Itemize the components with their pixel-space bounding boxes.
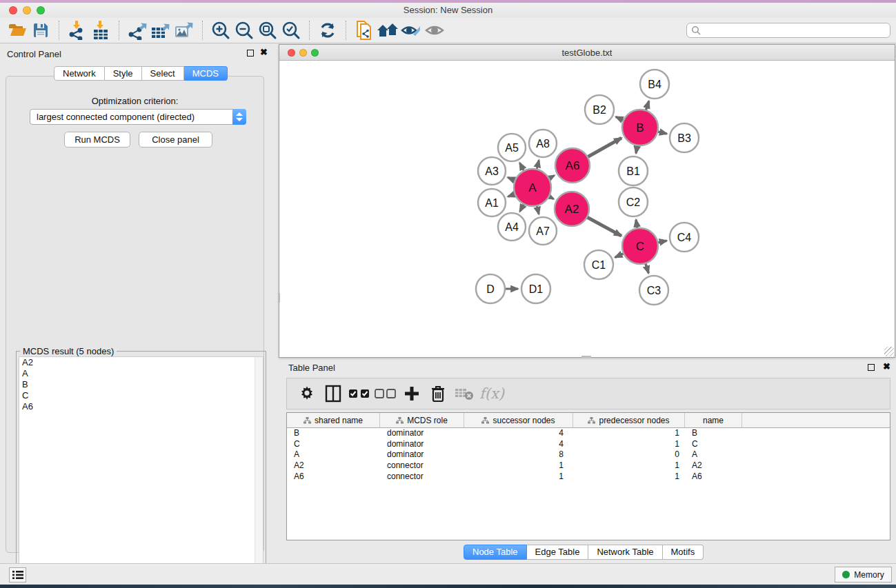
column-header-successor-nodes[interactable]: successor nodes (464, 413, 573, 427)
zoom-out-icon[interactable] (232, 20, 256, 41)
mcds-result-item[interactable]: B (19, 379, 263, 390)
zoom-in-icon[interactable] (209, 20, 232, 41)
mcds-result-item[interactable]: A2 (19, 357, 263, 368)
hide-details-icon[interactable] (399, 20, 423, 41)
table-cell[interactable]: 1 (464, 460, 573, 472)
close-panel-icon[interactable]: ✖ (260, 48, 268, 57)
graph-node-D[interactable]: D (476, 274, 505, 303)
table-cell[interactable]: 1 (573, 428, 685, 439)
close-table-panel-icon[interactable]: ✖ (883, 362, 890, 372)
table-cell[interactable]: A6 (287, 472, 380, 483)
table-cell[interactable]: B (685, 428, 742, 439)
table-cell[interactable]: 0 (573, 449, 685, 460)
table-cell[interactable]: 1 (573, 472, 685, 483)
close-window-icon[interactable] (9, 6, 17, 14)
table-cell[interactable]: B (287, 428, 380, 439)
table-cell[interactable]: A2 (287, 460, 380, 472)
graph-node-C1[interactable]: C1 (584, 250, 613, 279)
table-cell[interactable]: 1 (573, 439, 685, 450)
graph-node-A3[interactable]: A3 (478, 157, 506, 185)
graph-node-A4[interactable]: A4 (498, 213, 526, 241)
search-box[interactable] (686, 23, 890, 38)
add-column-icon[interactable] (399, 382, 425, 405)
deselect-all-checkboxes-icon[interactable] (372, 382, 399, 405)
memory-button[interactable]: Memory (835, 567, 892, 582)
search-input[interactable] (701, 26, 886, 35)
table-cell[interactable]: 4 (464, 428, 573, 439)
table-cell[interactable]: dominator (380, 449, 464, 460)
graph-node-C2[interactable]: C2 (619, 187, 648, 216)
table-row[interactable]: Adominator80A (287, 449, 890, 460)
table-row[interactable]: Cdominator41C (287, 439, 890, 450)
mcds-result-item[interactable]: A (19, 368, 263, 379)
export-image-icon[interactable] (172, 20, 196, 41)
table-tab-node-table[interactable]: Node Table (464, 545, 527, 560)
criterion-select[interactable]: largest connected component (directed) (30, 109, 246, 125)
task-history-button[interactable] (9, 567, 26, 582)
show-columns-icon[interactable] (320, 382, 346, 405)
table-cell[interactable]: A2 (685, 460, 742, 472)
tab-mcds[interactable]: MCDS (184, 66, 228, 81)
zoom-fit-icon[interactable] (256, 20, 279, 41)
table-tab-network-table[interactable]: Network Table (588, 545, 662, 560)
table-cell[interactable]: 1 (464, 472, 573, 483)
table-options-gear-icon[interactable] (294, 382, 320, 405)
network-window-titlebar[interactable]: testGlobe.txt (279, 45, 895, 61)
maximize-window-icon[interactable] (37, 6, 45, 14)
graph-node-A[interactable]: A (514, 169, 551, 206)
table-cell[interactable]: A (685, 449, 742, 460)
column-header-name[interactable]: name (685, 413, 742, 427)
graph-node-B[interactable]: B (622, 110, 658, 145)
graph-node-C4[interactable]: C4 (670, 223, 699, 252)
table-cell[interactable]: A (287, 449, 380, 460)
tab-style[interactable]: Style (105, 66, 142, 81)
graph-node-C[interactable]: C (622, 228, 658, 264)
graph-node-A7[interactable]: A7 (529, 217, 557, 245)
table-tab-motifs[interactable]: Motifs (663, 545, 704, 560)
run-mcds-button[interactable]: Run MCDS (64, 132, 130, 148)
show-graphics-eye-icon[interactable] (423, 20, 446, 41)
graph-node-A5[interactable]: A5 (498, 134, 526, 161)
save-session-icon[interactable] (29, 20, 52, 41)
scrollbar-track[interactable] (255, 357, 263, 578)
table-cell[interactable]: connector (380, 460, 464, 472)
table-cell[interactable]: A6 (685, 472, 742, 483)
tab-select[interactable]: Select (142, 66, 184, 81)
table-cell[interactable]: 8 (464, 449, 573, 460)
table-cell[interactable]: C (287, 439, 380, 450)
delete-table-icon[interactable] (451, 382, 477, 405)
column-header-predecessor-nodes[interactable]: predecessor nodes (573, 413, 685, 427)
import-table-icon[interactable] (89, 20, 112, 41)
table-cell[interactable]: 4 (464, 439, 573, 450)
graph-node-B3[interactable]: B3 (670, 123, 699, 152)
graph-node-C3[interactable]: C3 (639, 276, 668, 305)
copy-session-icon[interactable] (352, 20, 376, 41)
close-network-icon[interactable] (288, 49, 295, 57)
column-header-shared-name[interactable]: shared name (287, 413, 380, 427)
minimize-window-icon[interactable] (23, 6, 31, 14)
zoom-selected-icon[interactable] (279, 20, 303, 41)
table-row[interactable]: Bdominator41B (287, 428, 890, 439)
function-builder-icon[interactable]: f(x) (477, 382, 504, 405)
resize-grip-icon[interactable] (884, 347, 894, 356)
table-cell[interactable]: dominator (380, 428, 464, 439)
maximize-network-icon[interactable] (311, 49, 319, 57)
network-canvas[interactable]: AA6A2BCA1A3A4A5A7A8B1B2B3B4C1C2C3C4DD1 (280, 61, 894, 357)
column-header-MCDS-role[interactable]: MCDS role (380, 413, 464, 427)
table-cell[interactable]: connector (380, 472, 464, 483)
mcds-result-item[interactable]: A6 (19, 401, 263, 412)
table-row[interactable]: A6connector11A6 (287, 472, 890, 483)
delete-column-trash-icon[interactable] (425, 382, 451, 405)
table-row[interactable]: A2connector11A2 (287, 460, 890, 472)
graph-node-A1[interactable]: A1 (478, 189, 506, 216)
export-network-icon[interactable] (126, 20, 149, 41)
graph-node-D1[interactable]: D1 (521, 274, 550, 303)
float-panel-icon[interactable] (247, 50, 254, 57)
select-all-checkboxes-icon[interactable] (346, 382, 372, 405)
graph-node-B4[interactable]: B4 (640, 70, 669, 99)
table-tab-edge-table[interactable]: Edge Table (527, 545, 589, 560)
panel-divider-handle[interactable] (278, 293, 280, 303)
import-network-icon[interactable] (66, 20, 89, 41)
close-panel-button[interactable]: Close panel (139, 132, 212, 148)
table-cell[interactable]: 1 (573, 460, 685, 472)
